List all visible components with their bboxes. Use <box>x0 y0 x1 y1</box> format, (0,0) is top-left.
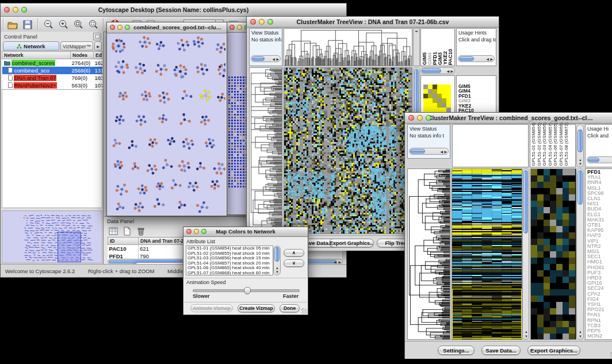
network1-titlebar[interactable]: combined_scores_good.txt--cluste... <box>107 22 227 33</box>
gene-label[interactable]: MON2 <box>587 334 612 339</box>
tv1-splitter[interactable]: ◂▸ <box>413 28 420 66</box>
network-count: 769(0) <box>71 74 94 82</box>
close-button[interactable] <box>230 25 235 30</box>
tv1-usage-hints-panel: Usage Hints Click and drag tc ◀▶ <box>456 28 496 66</box>
network-row[interactable]: combined_sco2569(6)13112(15) <box>2 67 102 74</box>
treeview1-titlebar[interactable]: ClusterMaker TreeView : DNA and Tran 07-… <box>247 17 499 28</box>
tv2-column-label: GPL51-01 (GSM854) <box>531 122 537 166</box>
minimize-button[interactable] <box>417 115 423 121</box>
tv1-row-tree[interactable] <box>249 67 282 234</box>
tv2-column-labels: GPL51-01 (GSM854)GPL51-02 (GSM855)GPL51-… <box>530 124 576 167</box>
main-titlebar[interactable]: Cytoscape Desktop (Session Name: collins… <box>1 3 346 17</box>
tv2-settings-button[interactable]: Settings... <box>438 346 475 355</box>
tv1-view-status-panel: View Status No status info f ◀▶ <box>249 28 282 66</box>
network-row[interactable]: combined_scores2764(0)16218(0) <box>2 59 102 67</box>
network-table: Network Nodes Edges combined_scores2764(… <box>2 51 102 89</box>
network-name: combined_sco <box>14 67 50 74</box>
new-attribute-icon[interactable] <box>121 225 133 237</box>
file-icon <box>8 75 13 82</box>
tab-overflow-button[interactable]: ▶ <box>94 41 102 51</box>
zoom-button[interactable] <box>267 19 273 25</box>
minimize-button[interactable] <box>117 25 123 30</box>
tv2-zoom-heatmap[interactable] <box>530 168 576 340</box>
create-vizmap-button[interactable]: Create Vizmap <box>238 304 275 312</box>
network-window-1: combined_scores_good.txt--cluste... <box>106 22 227 216</box>
move-up-button[interactable]: ∧ <box>284 249 304 256</box>
tv2-view-status-text: No status info t <box>408 132 450 139</box>
zoom-fit-icon[interactable] <box>72 18 85 31</box>
tv2-zoom-vscroll[interactable]: ▲▼ <box>576 168 584 340</box>
minimize-button[interactable] <box>194 229 199 234</box>
close-button[interactable] <box>186 229 192 234</box>
dialog-titlebar[interactable]: Map Colors to Network <box>183 227 308 237</box>
tv1-status-hscroll[interactable]: ◀▶ <box>251 55 281 62</box>
attribute-select-icon[interactable] <box>108 225 119 237</box>
col-nodes[interactable]: Nodes <box>71 52 94 59</box>
tv1-heatmap[interactable] <box>284 67 412 234</box>
tab-network[interactable]: Network <box>3 41 59 51</box>
tv1-similarity-matrix[interactable] <box>423 84 451 113</box>
map-colors-dialog: Map Colors to Network Attribute List GPL… <box>183 227 308 315</box>
zoom-out-icon[interactable] <box>42 18 55 31</box>
close-button[interactable] <box>4 7 10 13</box>
birdseye-panel <box>2 210 102 263</box>
network-count: 13112(15) <box>94 67 102 74</box>
animate-vizmap-button[interactable]: Animate Vizmap <box>190 304 233 312</box>
tv2-usage-hscroll[interactable] <box>587 156 612 163</box>
minimize-button[interactable] <box>237 25 242 30</box>
minimize-button[interactable] <box>259 19 265 25</box>
network-row[interactable]: RNAPuberNov2+563(0)107847(0) <box>2 82 102 89</box>
tv2-column-tree[interactable] <box>452 124 529 167</box>
zoom-selected-icon[interactable] <box>87 18 100 31</box>
attribute-listbox[interactable]: GPL51-01 (GSM854) heat shock 05 minGPL51… <box>186 246 273 275</box>
tv2-save-data-button[interactable]: Save Data... <box>481 346 521 355</box>
close-button[interactable] <box>110 25 115 30</box>
tv2-heatmap-vscroll[interactable]: ▲▼ <box>522 168 529 340</box>
tab-vizmapper[interactable]: VizMapper™ <box>60 41 93 51</box>
tv2-status-hscroll[interactable]: ◀▶ <box>409 148 449 155</box>
done-button[interactable]: Done <box>280 304 300 312</box>
network-count: 183728(0) <box>94 74 102 82</box>
attribute-list-vscroll[interactable]: ▲▼ <box>273 246 281 275</box>
move-down-button[interactable]: ∨ <box>284 259 304 267</box>
close-button[interactable] <box>250 19 256 25</box>
folder-icon <box>4 60 10 67</box>
control-panel-title: Control Panel <box>4 33 37 40</box>
save-icon[interactable] <box>21 18 34 31</box>
float-panel-icon[interactable] <box>93 33 101 40</box>
tv2-labels-vscroll[interactable]: ▲▼ <box>576 124 584 167</box>
delete-attribute-icon[interactable] <box>135 225 147 237</box>
network1-canvas[interactable] <box>107 33 225 215</box>
open-file-icon[interactable] <box>6 18 19 31</box>
tv1-column-label: PAC10 <box>448 49 453 65</box>
minimize-button[interactable] <box>13 7 18 13</box>
network-tab-icon <box>17 44 22 49</box>
tv1-export-graphics-button[interactable]: Export Graphics... <box>329 239 374 247</box>
attribute-item[interactable]: GPL51-07 (GSM868) heat shock 60 min <box>186 271 273 275</box>
network-row[interactable]: DNA and Tran 07769(0)183728(0) <box>2 74 102 82</box>
treeview2-titlebar[interactable]: ClusterMaker TreeView : combined_scores_… <box>405 113 612 124</box>
tv1-column-tree[interactable] <box>284 28 412 66</box>
slider-thumb[interactable] <box>244 287 251 294</box>
col-edges[interactable]: Edges <box>94 52 102 59</box>
birdseye-canvas[interactable] <box>2 211 102 263</box>
tv2-column-label: GPL51-08 (GSM872) <box>564 122 569 166</box>
zoom-button[interactable] <box>201 229 206 234</box>
tv1-labels-hscroll[interactable]: ◀▶ <box>420 67 455 74</box>
zoom-button[interactable] <box>125 25 130 30</box>
zoom-in-icon[interactable] <box>57 18 70 31</box>
tv2-heatmap[interactable] <box>452 168 522 340</box>
tv2-row-tree[interactable] <box>407 168 450 340</box>
zoom-button[interactable] <box>21 7 27 13</box>
tv2-gene-list[interactable]: PFD1YRA1RNR4MSL1SPC98CLN1NIS1BUD4ELG1MAK… <box>585 168 612 340</box>
animation-speed-slider[interactable] <box>193 289 300 292</box>
col-network[interactable]: Network <box>2 52 71 59</box>
close-button[interactable] <box>408 115 414 121</box>
col-id[interactable]: ID <box>108 237 139 245</box>
zoom-button[interactable] <box>426 115 431 121</box>
tv2-export-graphics-button[interactable]: Export Graphics... <box>527 346 580 355</box>
tv1-usage-hints-title: Usage Hints <box>457 29 496 36</box>
network-name: combined_scores <box>12 60 55 66</box>
network-count: 563(0) <box>71 82 94 89</box>
tv1-usage-hscroll[interactable]: ◀▶ <box>458 55 495 62</box>
